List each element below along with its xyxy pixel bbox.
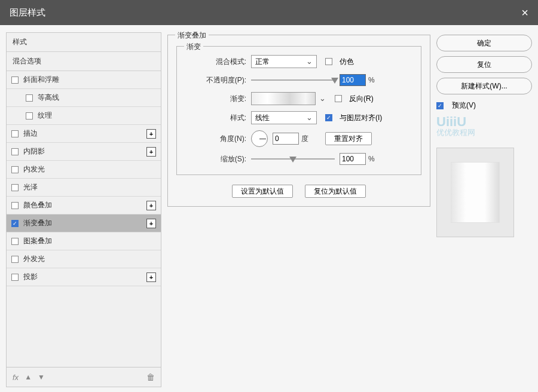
blend-mode-value: 正常 [255, 57, 270, 67]
close-icon[interactable]: × [521, 6, 528, 20]
row-blend-mode: 混合模式: 正常 仿色 [185, 55, 412, 68]
row-gradient: 渐变: 反向(R) [185, 92, 412, 105]
reverse-label: 反向(R) [349, 94, 374, 104]
sidebar-item-label: 颜色叠加 [23, 200, 146, 210]
sidebar-item-label: 光泽 [23, 182, 156, 192]
sidebar-item-label: 图案叠加 [23, 236, 156, 246]
checkbox-icon: ✓ [325, 114, 332, 121]
checkbox-icon[interactable] [11, 274, 19, 281]
sidebar-item-label: 纹理 [38, 111, 156, 121]
label-opacity: 不透明度(P): [185, 75, 251, 85]
styles-header[interactable]: 样式 [7, 33, 161, 52]
sidebar-item[interactable]: 外发光 [7, 250, 161, 268]
add-effect-icon[interactable]: + [146, 272, 156, 282]
add-effect-icon[interactable]: + [146, 147, 156, 157]
gradient-picker[interactable] [251, 92, 316, 105]
slider-thumb-icon [331, 78, 338, 84]
dither-label: 仿色 [340, 57, 354, 67]
preview-label: 预览(V) [452, 100, 476, 111]
sidebar-footer: fx ▲ ▼ 🗑 [7, 367, 161, 387]
sidebar-item[interactable]: 等高线 [7, 89, 161, 107]
reverse-checkbox[interactable]: 反向(R) [335, 94, 374, 104]
checkbox-icon[interactable] [26, 94, 33, 102]
row-style: 样式: 线性 ✓ 与图层对齐(I) [185, 111, 412, 124]
checkbox-icon[interactable]: ✓ [11, 220, 19, 227]
reset-default-button[interactable]: 复位为默认值 [305, 185, 366, 198]
sidebar-item[interactable]: 光泽 [7, 179, 161, 197]
checkbox-icon [335, 95, 342, 102]
add-effect-icon[interactable]: + [146, 129, 156, 139]
sidebar-item[interactable]: 图案叠加 [7, 232, 161, 250]
scale-slider[interactable] [251, 158, 335, 160]
watermark-sub: 优优教程网 [436, 127, 532, 138]
sidebar-item[interactable]: 颜色叠加+ [7, 197, 161, 215]
window-title: 图层样式 [10, 7, 45, 19]
add-effect-icon[interactable]: + [146, 201, 156, 210]
sidebar-item[interactable]: 斜面和浮雕 [7, 71, 161, 89]
checkbox-icon[interactable] [11, 166, 19, 173]
sidebar-item[interactable]: 内发光 [7, 161, 161, 179]
checkbox-icon[interactable] [11, 184, 19, 191]
sidebar-item[interactable]: 纹理 [7, 107, 161, 125]
slider-thumb-icon [289, 157, 296, 163]
right-panel: 确定 复位 新建样式(W)... ✓ 预览(V) UiiiU 优优教程网 [436, 32, 532, 387]
checkbox-icon[interactable] [26, 112, 33, 120]
style-value: 线性 [255, 113, 270, 123]
align-layer-checkbox[interactable]: ✓ 与图层对齐(I) [325, 113, 382, 123]
opacity-unit: % [368, 76, 375, 84]
reset-align-button[interactable]: 重置对齐 [325, 132, 372, 145]
styles-list: 样式 混合选项 斜面和浮雕等高线纹理描边+内阴影+内发光光泽颜色叠加+✓渐变叠加… [7, 33, 161, 367]
sidebar-item-label: 渐变叠加 [23, 218, 146, 228]
checkbox-icon[interactable] [11, 238, 19, 245]
checkbox-icon[interactable] [11, 202, 19, 209]
move-up-icon[interactable]: ▲ [25, 373, 32, 381]
sidebar-item[interactable]: 内阴影+ [7, 143, 161, 161]
sidebar-item-label: 内阴影 [23, 146, 146, 157]
label-style: 样式: [185, 113, 251, 123]
gradient-overlay-group: 渐变叠加 渐变 混合模式: 正常 仿色 不透明度(P): [167, 35, 430, 207]
new-style-button[interactable]: 新建样式(W)... [436, 78, 532, 94]
checkbox-icon [325, 58, 332, 65]
sidebar-item-label: 外发光 [23, 254, 156, 264]
checkbox-icon[interactable] [11, 256, 19, 263]
fx-menu-icon[interactable]: fx [13, 373, 19, 382]
scale-input[interactable] [340, 153, 366, 165]
preview-box [436, 148, 514, 237]
blend-mode-select[interactable]: 正常 [251, 55, 317, 68]
opacity-input[interactable] [340, 74, 366, 86]
add-effect-icon[interactable]: + [146, 219, 156, 228]
dialog-content: 样式 混合选项 斜面和浮雕等高线纹理描边+内阴影+内发光光泽颜色叠加+✓渐变叠加… [0, 25, 538, 392]
checkbox-icon[interactable] [11, 148, 19, 155]
scale-unit: % [368, 155, 375, 163]
angle-input[interactable] [273, 133, 299, 145]
sidebar-item[interactable]: 投影+ [7, 268, 161, 286]
checkbox-icon[interactable] [11, 76, 19, 84]
ok-button[interactable]: 确定 [436, 35, 532, 51]
label-scale: 缩放(S): [185, 154, 251, 164]
sidebar-item-label: 内发光 [23, 164, 156, 174]
set-default-button[interactable]: 设置为默认值 [232, 185, 293, 198]
default-buttons: 设置为默认值 复位为默认值 [176, 185, 421, 198]
blend-options-header[interactable]: 混合选项 [7, 52, 161, 71]
checkbox-icon: ✓ [436, 102, 444, 109]
style-select[interactable]: 线性 [251, 111, 317, 124]
sidebar-item-label: 投影 [23, 272, 146, 282]
sidebar-item-label: 等高线 [38, 93, 156, 103]
sidebar-item[interactable]: ✓渐变叠加+ [7, 215, 161, 232]
preview-sample [451, 163, 499, 222]
align-layer-label: 与图层对齐(I) [340, 113, 382, 123]
opacity-slider[interactable] [251, 79, 335, 81]
dither-checkbox[interactable]: 仿色 [325, 57, 354, 67]
styles-sidebar: 样式 混合选项 斜面和浮雕等高线纹理描边+内阴影+内发光光泽颜色叠加+✓渐变叠加… [6, 32, 161, 387]
move-down-icon[interactable]: ▼ [38, 373, 45, 381]
trash-icon[interactable]: 🗑 [146, 372, 155, 382]
titlebar: 图层样式 × [0, 0, 538, 25]
reset-button[interactable]: 复位 [436, 56, 532, 73]
sidebar-item-label: 描边 [23, 128, 146, 139]
row-opacity: 不透明度(P): % [185, 74, 412, 86]
angle-dial[interactable] [251, 130, 268, 147]
row-angle: 角度(N): 度 重置对齐 [185, 130, 412, 147]
preview-toggle[interactable]: ✓ 预览(V) [436, 100, 532, 111]
checkbox-icon[interactable] [11, 130, 19, 137]
sidebar-item[interactable]: 描边+ [7, 125, 161, 143]
